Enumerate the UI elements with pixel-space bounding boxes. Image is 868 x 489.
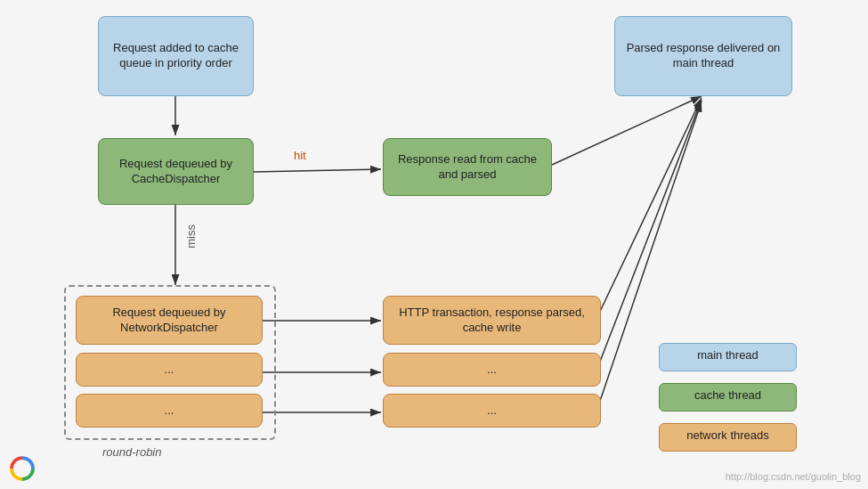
legend-cache-thread: cache thread [659,383,797,412]
cache-dispatcher-node: Request dequeued by CacheDispatcher [98,138,254,205]
http-node-1: HTTP transaction, response parsed, cache… [383,296,601,345]
network-dispatcher-node-1: Request dequeued by NetworkDispatcher [76,296,263,345]
google-logo [9,455,36,482]
cache-response-node: Response read from cache and parsed [383,138,552,196]
http-node-3: ... [383,394,601,428]
svg-line-3 [552,96,702,165]
parsed-response-node: Parsed response delivered on main thread [614,16,792,96]
hit-label: hit [294,149,306,162]
start-node: Request added to cache queue in priority… [98,16,254,96]
svg-line-8 [596,98,702,319]
legend-network-threads: network threads [659,423,797,452]
diagram: Request added to cache queue in priority… [0,0,868,489]
network-dispatcher-node-3: ... [76,394,263,428]
round-robin-label: round-robin [102,445,162,459]
watermark: http://blog.csdn.net/guolin_blog [726,471,861,482]
miss-label: miss [184,224,198,249]
svg-line-2 [254,169,381,172]
svg-line-9 [596,100,702,371]
network-dispatcher-node-2: ... [76,353,263,387]
http-node-2: ... [383,353,601,387]
legend-main-thread: main thread [659,343,797,371]
